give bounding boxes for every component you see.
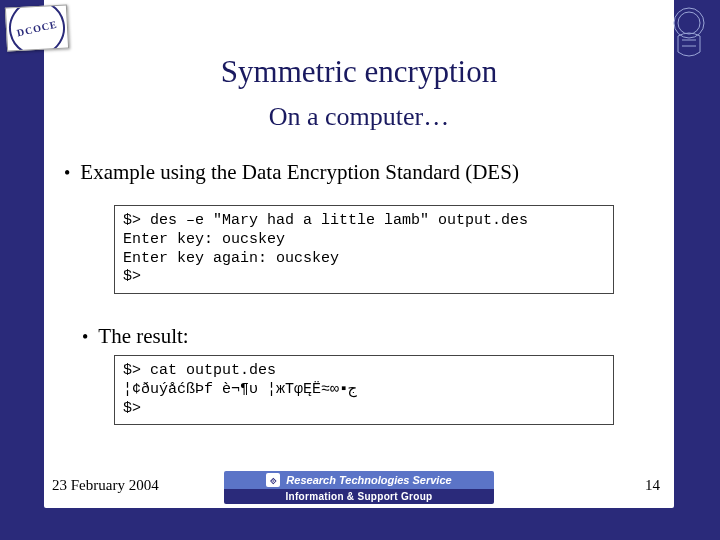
bullet-2: • The result: <box>82 324 674 349</box>
bullet-dot-icon: • <box>82 327 88 348</box>
chevron-icon: ⟐ <box>266 473 280 487</box>
slide-footer: 23 February 2004 14 ⟐ Research Technolog… <box>44 468 674 508</box>
bullet-1: • Example using the Data Encryption Stan… <box>64 160 674 185</box>
footer-banner-top: ⟐ Research Technologies Service <box>224 471 494 489</box>
slide: Symmetric encryption On a computer… • Ex… <box>0 0 720 540</box>
svg-point-1 <box>678 12 700 34</box>
footer-date: 23 February 2004 <box>52 477 159 494</box>
footer-banner-bottom: Information & Support Group <box>224 489 494 504</box>
bullet-dot-icon: • <box>64 163 70 184</box>
footer-page-number: 14 <box>645 477 660 494</box>
header-row: DCOCE <box>6 6 712 64</box>
logo-left: DCOCE <box>5 4 69 51</box>
slide-subtitle: On a computer… <box>44 102 674 132</box>
logo-left-text: DCOCE <box>5 4 69 51</box>
bullet-1-text: Example using the Data Encryption Standa… <box>80 160 519 185</box>
code-block-1: $> des –e "Mary had a little lamb" outpu… <box>114 205 614 294</box>
bullet-2-text: The result: <box>98 324 188 349</box>
footer-banner: ⟐ Research Technologies Service Informat… <box>224 471 494 504</box>
crest-icon <box>666 6 712 62</box>
slide-body: Symmetric encryption On a computer… • Ex… <box>44 18 674 508</box>
footer-banner-top-text: Research Technologies Service <box>286 474 451 486</box>
code-block-2: $> cat output.des ¦¢ðuýåćßÞf è¬¶υ ¦жTφĘË… <box>114 355 614 425</box>
